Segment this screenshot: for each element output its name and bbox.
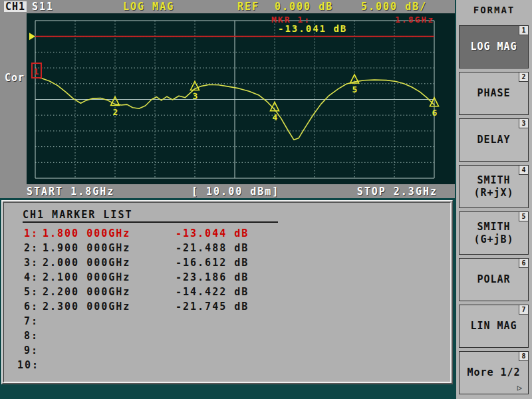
- marker-row-3: 3: 2.000 000GHz -16.612 dB: [17, 255, 450, 270]
- marker-row-9: 9:: [17, 343, 450, 358]
- more-arrow-icon: ▷: [517, 384, 523, 392]
- marker-value: -21.745 dB: [176, 299, 249, 314]
- svg-text:1: 1: [34, 66, 40, 76]
- svg-text:4: 4: [273, 112, 279, 122]
- marker-frequency: [43, 343, 176, 358]
- marker-row-5: 5: 2.200 000GHz -14.422 dB: [17, 285, 450, 299]
- marker-number: 7:: [17, 314, 39, 329]
- marker-value: -21.488 dB: [176, 241, 249, 255]
- marker-frequency: 1.800 000GHz: [43, 226, 176, 241]
- svg-text:6: 6: [432, 108, 438, 118]
- stop-frequency-label: STOP 2.3GHz: [357, 186, 438, 198]
- marker-frequency: 1.900 000GHz: [43, 241, 176, 255]
- marker-frequency: [43, 358, 176, 372]
- marker-row-2: 2: 1.900 000GHz -21.488 dB: [17, 241, 450, 255]
- start-frequency-label: START 1.8GHz: [27, 186, 114, 198]
- softkey-menu-title: FORMAT: [456, 5, 532, 15]
- marker-row-1: 1: 1.800 000GHz -13.044 dB: [17, 226, 450, 241]
- svg-text:-13.041 dB: -13.041 dB: [278, 23, 347, 34]
- marker-list-inner: CH1 MARKER LIST 1: 1.800 000GHz -13.044 …: [3, 201, 452, 383]
- softkey-label: POLAR: [477, 273, 510, 286]
- marker-number: 8:: [17, 329, 39, 343]
- softkey-polar[interactable]: POLAR 6: [459, 258, 529, 301]
- marker-frequency: [43, 314, 176, 329]
- marker-value: -23.186 dB: [176, 270, 249, 285]
- marker-frequency: 2.000 000GHz: [43, 255, 176, 270]
- marker-number: 1:: [17, 226, 39, 241]
- softkey-phase[interactable]: PHASE 2: [459, 72, 529, 115]
- marker-number: 6:: [17, 299, 39, 314]
- svg-text:1.8GHz: 1.8GHz: [395, 15, 434, 25]
- marker-number: 4:: [17, 270, 39, 285]
- marker-number: 10:: [17, 358, 39, 372]
- softkey-smith-gjb[interactable]: SMITH (G+jB) 5: [459, 211, 529, 255]
- marker-number: 9:: [17, 343, 39, 358]
- softkey-number-badge: 3: [519, 119, 528, 128]
- power-level-label: [ 10.00 dBm]: [192, 186, 279, 198]
- sweep-info-bar: START 1.8GHz [ 10.00 dBm] STOP 2.3GHz: [0, 184, 455, 198]
- measurement-label: S11: [32, 1, 54, 12]
- ref-label: REF: [237, 1, 259, 12]
- scale-per-div-value: 5.000 dB/: [361, 1, 427, 12]
- softkey-number-badge: 4: [519, 166, 528, 175]
- left-status-strip: Cor: [0, 13, 27, 184]
- top-status-bar: CH1 S11 LOG MAG REF 0.000 dB 5.000 dB/: [0, 0, 455, 13]
- softkey-label: LIN MAG: [470, 320, 517, 332]
- softkey-more-1-2[interactable]: More 1/2 8 ▷: [459, 351, 529, 394]
- softkey-smith-rjx[interactable]: SMITH (R+jX) 4: [459, 165, 529, 208]
- softkey-number-badge: 6: [519, 259, 528, 268]
- softkey-number-badge: 1: [519, 26, 528, 35]
- marker-list-rows: 1: 1.800 000GHz -13.044 dB 2: 1.900 000G…: [17, 226, 450, 372]
- analyzer-screen: CH1 S11 LOG MAG REF 0.000 dB 5.000 dB/ C…: [0, 0, 532, 399]
- correction-status-label: Cor: [5, 72, 25, 84]
- softkey-number-badge: 7: [519, 305, 528, 315]
- softkey-label: LOG MAG: [470, 41, 517, 53]
- marker-number: 2:: [17, 241, 39, 255]
- marker-list-title: CH1 MARKER LIST: [23, 209, 278, 223]
- softkey-label: DELAY: [477, 134, 510, 146]
- softkey-number-badge: 5: [519, 212, 528, 221]
- marker-frequency: 2.100 000GHz: [43, 270, 176, 285]
- svg-text:2: 2: [113, 107, 119, 117]
- softkey-log-mag[interactable]: LOG MAG 1: [459, 25, 529, 68]
- softkey-lin-mag[interactable]: LIN MAG 7: [459, 305, 529, 348]
- softkey-number-badge: 8: [519, 352, 528, 361]
- graph-region: Cor 123456MKR 1:1.8GHz-13.041 dB: [0, 13, 455, 184]
- format-label: LOG MAG: [123, 1, 174, 12]
- svg-text:3: 3: [193, 91, 199, 101]
- ref-value: 0.000 dB: [275, 1, 333, 12]
- softkey-label: SMITH (R+jX): [473, 174, 513, 200]
- softkey-label: PHASE: [477, 87, 510, 100]
- marker-value: -16.612 dB: [176, 255, 249, 270]
- marker-row-6: 6: 2.300 000GHz -21.745 dB: [17, 299, 450, 314]
- marker-row-4: 4: 2.100 000GHz -23.186 dB: [17, 270, 450, 285]
- marker-row-8: 8:: [17, 329, 450, 343]
- softkey-menu: FORMAT LOG MAG 1 PHASE 2 DELAY 3 SMITH (…: [456, 0, 532, 399]
- s11-log-mag-plot: 123456MKR 1:1.8GHz-13.041 dB: [27, 13, 455, 184]
- softkey-label: More 1/2: [467, 366, 520, 379]
- softkey-number-badge: 2: [519, 72, 528, 82]
- softkey-label: SMITH (G+jB): [473, 221, 513, 246]
- marker-value: -14.422 dB: [176, 285, 249, 299]
- softkey-delay[interactable]: DELAY 3: [459, 118, 529, 162]
- marker-number: 3:: [17, 255, 39, 270]
- marker-row-7: 7:: [17, 314, 450, 329]
- marker-frequency: [43, 329, 176, 343]
- marker-frequency: 2.200 000GHz: [43, 285, 176, 299]
- channel-badge: CH1: [4, 1, 27, 12]
- marker-frequency: 2.300 000GHz: [43, 299, 176, 314]
- marker-number: 5:: [17, 285, 39, 299]
- svg-text:5: 5: [352, 84, 358, 94]
- marker-list-panel: CH1 MARKER LIST 1: 1.800 000GHz -13.044 …: [1, 200, 453, 384]
- marker-value: -13.044 dB: [176, 226, 249, 241]
- marker-row-10: 10:: [17, 358, 450, 372]
